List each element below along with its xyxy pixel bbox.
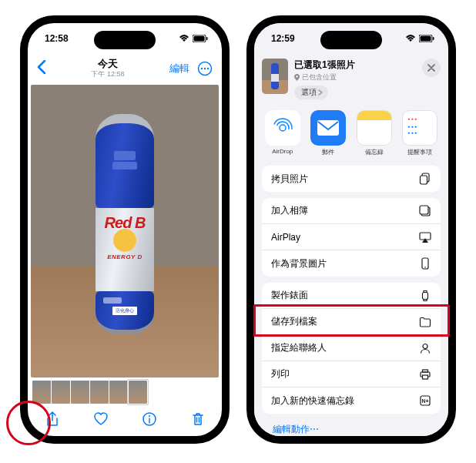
filmstrip[interactable] — [28, 377, 222, 405]
share-location: 已包含位置 — [294, 72, 416, 82]
svg-point-14 — [277, 122, 289, 134]
status-indicators — [179, 35, 208, 42]
sun-graphic — [113, 229, 136, 252]
energy-text: ENERGY D — [107, 253, 142, 260]
airplay-icon — [419, 231, 431, 243]
svg-rect-1 — [194, 36, 205, 42]
photo-subject: Red B ENERGY D 活化身心 — [94, 114, 156, 345]
wallpaper-icon — [419, 257, 431, 270]
svg-rect-24 — [423, 292, 428, 299]
svg-rect-27 — [423, 370, 428, 372]
thumbnail[interactable] — [109, 381, 128, 404]
edit-actions-button[interactable]: 編輯動作⋯ — [262, 420, 441, 436]
svg-rect-20 — [420, 206, 428, 214]
svg-point-23 — [424, 267, 426, 268]
action-watch-face[interactable]: 製作錶面 — [262, 283, 441, 309]
mail-icon — [310, 110, 346, 146]
screen-left: 12:58 今天 下午 12:58 編輯 Red B — [28, 23, 222, 436]
share-header: 已選取1張照片 已包含位置 選項 — [254, 54, 448, 106]
action-label: 製作錶面 — [271, 289, 308, 302]
photo-viewport[interactable]: Red B ENERGY D 活化身心 — [31, 85, 219, 377]
app-reminders[interactable]: 提醒事項 — [401, 110, 440, 156]
delete-button[interactable] — [190, 411, 206, 430]
thumbnail-selected[interactable] — [129, 381, 147, 404]
action-copy-photo[interactable]: 拷貝照片 — [262, 166, 441, 192]
wifi-icon — [179, 35, 189, 42]
close-button[interactable] — [422, 59, 441, 77]
favorite-button[interactable] — [93, 411, 109, 430]
action-wallpaper[interactable]: 作為背景圖片 — [262, 250, 441, 277]
status-time: 12:58 — [45, 33, 69, 44]
heart-icon — [93, 411, 109, 427]
airdrop-icon — [265, 110, 300, 146]
action-airplay[interactable]: AirPlay — [262, 224, 441, 250]
can-bottom: 活化身心 — [96, 291, 154, 334]
action-label: 拷貝照片 — [271, 173, 308, 186]
thumbnail[interactable] — [52, 381, 70, 404]
svg-point-13 — [280, 125, 286, 131]
app-notes[interactable]: 備忘錄 — [355, 110, 394, 156]
action-label: AirPlay — [271, 232, 300, 243]
app-airdrop[interactable]: AirDrop — [263, 110, 302, 156]
can-mid: Red B ENERGY D — [96, 208, 154, 291]
share-title: 已選取1張照片 — [294, 59, 416, 72]
svg-rect-10 — [421, 36, 431, 42]
more-icon[interactable] — [197, 61, 213, 76]
app-mail[interactable]: 郵件 — [310, 110, 348, 156]
action-label: 指定給聯絡人 — [271, 341, 327, 354]
can-top — [96, 114, 154, 208]
chevron-left-icon — [37, 60, 46, 74]
nav-right: 編輯 — [169, 61, 213, 76]
action-save-to-files[interactable]: 儲存到檔案 — [262, 309, 441, 335]
dynamic-island — [320, 31, 382, 49]
action-add-album[interactable]: 加入相簿 — [262, 198, 441, 224]
action-label: 儲存到檔案 — [271, 315, 317, 328]
action-print[interactable]: 列印 — [262, 361, 441, 388]
phone-right: 12:59 已選取1張照片 已包含位置 選項 — [246, 15, 456, 444]
share-location-text: 已包含位置 — [302, 72, 337, 82]
svg-point-12 — [296, 75, 297, 77]
location-pin-icon — [294, 74, 300, 81]
edit-button[interactable]: 編輯 — [169, 62, 189, 75]
wifi-icon — [405, 35, 416, 42]
quicknote-icon: N+ — [419, 394, 431, 407]
share-button[interactable] — [45, 411, 60, 430]
svg-rect-16 — [317, 120, 339, 136]
svg-rect-2 — [206, 37, 208, 40]
svg-point-5 — [204, 68, 206, 69]
thumbnail[interactable] — [90, 381, 109, 404]
svg-rect-18 — [421, 176, 427, 184]
notes-icon — [357, 110, 392, 146]
svg-rect-28 — [423, 375, 428, 379]
thumbnail[interactable] — [71, 381, 89, 404]
thumbnail[interactable] — [32, 381, 51, 404]
options-label: 選項 — [301, 87, 317, 98]
app-label: 提醒事項 — [401, 148, 440, 156]
share-info: 已選取1張照片 已包含位置 選項 — [294, 59, 416, 99]
app-label: 備忘錄 — [355, 148, 394, 156]
app-row[interactable]: AirDrop 郵件 備忘錄 提醒事項 — [254, 106, 448, 163]
share-icon — [45, 411, 60, 427]
action-label: 加入新的快速備忘錄 — [271, 394, 354, 408]
back-button[interactable] — [37, 60, 46, 77]
action-group-3: 製作錶面 儲存到檔案 指定給聯絡人 列印 加入新的快速備忘錄 N+ — [262, 283, 441, 414]
copy-icon — [419, 173, 431, 185]
action-assign-contact[interactable]: 指定給聯絡人 — [262, 335, 441, 361]
svg-text:N+: N+ — [421, 398, 428, 404]
can-label: 活化身心 — [112, 307, 137, 315]
svg-rect-11 — [433, 37, 434, 40]
nav-title: 今天 — [91, 59, 124, 70]
action-label: 加入相簿 — [271, 204, 308, 217]
actions-scroll[interactable]: 拷貝照片 加入相簿 AirPlay 作為背景圖片 — [254, 163, 448, 436]
action-group-2: 加入相簿 AirPlay 作為背景圖片 — [262, 198, 441, 277]
toolbar — [28, 405, 222, 436]
info-icon — [142, 411, 157, 427]
close-icon — [427, 64, 435, 72]
nav-title-group: 今天 下午 12:58 — [91, 59, 124, 78]
contact-icon — [419, 342, 431, 354]
action-label: 作為背景圖片 — [271, 257, 327, 270]
info-button[interactable] — [142, 411, 157, 430]
options-button[interactable]: 選項 — [294, 86, 328, 99]
action-quick-note[interactable]: 加入新的快速備忘錄 N+ — [262, 388, 441, 414]
action-list: 拷貝照片 加入相簿 AirPlay 作為背景圖片 — [254, 163, 448, 436]
